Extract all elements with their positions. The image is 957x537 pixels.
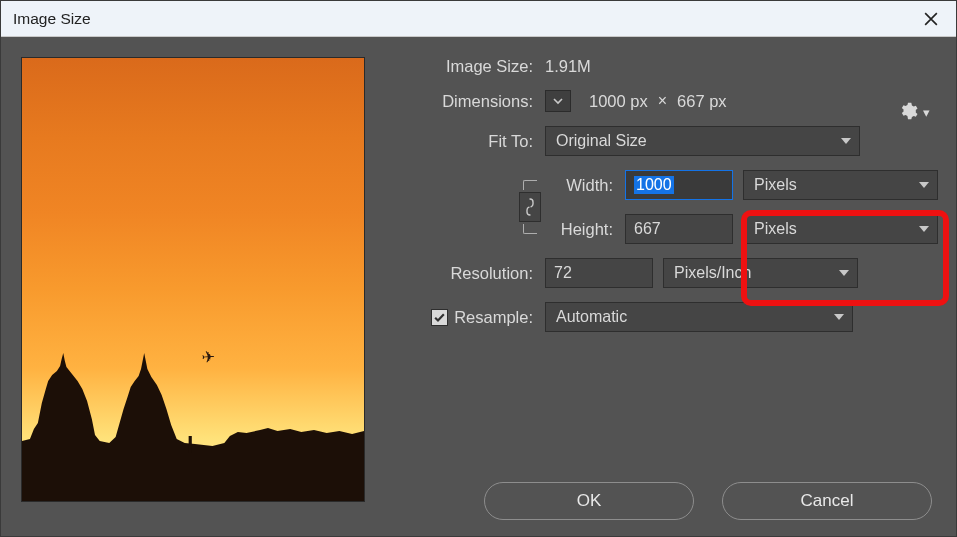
- height-unit-value: Pixels: [754, 220, 797, 238]
- multiply-icon: ×: [658, 92, 667, 110]
- fit-to-select[interactable]: Original Size: [545, 126, 860, 156]
- resample-value: Automatic: [556, 308, 627, 326]
- settings-panel: Image Size: 1.91M ▾ Dimensions: 1000 px …: [385, 57, 938, 520]
- fit-to-value: Original Size: [556, 132, 647, 150]
- dimensions-label: Dimensions:: [385, 92, 545, 111]
- resolution-unit-select[interactable]: Pixels/Inch: [663, 258, 858, 288]
- resample-checkbox[interactable]: [431, 309, 448, 326]
- resolution-input[interactable]: [545, 258, 653, 288]
- dimensions-unit-toggle[interactable]: [545, 90, 571, 112]
- image-size-value: 1.91M: [545, 57, 591, 76]
- image-preview: ✈: [21, 57, 365, 502]
- resolution-unit-value: Pixels/Inch: [674, 264, 751, 282]
- image-size-label: Image Size:: [385, 57, 545, 76]
- chevron-down-icon: [552, 95, 564, 107]
- dimensions-height-value: 667 px: [677, 92, 727, 111]
- width-unit-select[interactable]: Pixels: [743, 170, 938, 200]
- window-title: Image Size: [13, 10, 91, 28]
- image-size-dialog: Image Size ✈ Image Size: 1.91M: [0, 0, 957, 537]
- resample-select[interactable]: Automatic: [545, 302, 853, 332]
- width-unit-value: Pixels: [754, 176, 797, 194]
- width-label: Width:: [547, 176, 625, 195]
- titlebar: Image Size: [1, 1, 956, 37]
- height-unit-select[interactable]: Pixels: [743, 214, 938, 244]
- check-icon: [433, 311, 446, 324]
- link-icon: [525, 198, 535, 216]
- resolution-label: Resolution:: [385, 264, 545, 283]
- gear-icon: [898, 101, 918, 121]
- svg-rect-0: [22, 453, 364, 501]
- width-input[interactable]: 1000: [625, 170, 733, 200]
- close-button[interactable]: [908, 2, 954, 36]
- close-icon: [924, 12, 938, 26]
- resample-label: Resample:: [454, 308, 533, 327]
- height-label: Height:: [547, 220, 625, 239]
- cancel-button[interactable]: Cancel: [722, 482, 932, 520]
- dimensions-width-value: 1000 px: [589, 92, 648, 111]
- height-input[interactable]: [625, 214, 733, 244]
- ok-button[interactable]: OK: [484, 482, 694, 520]
- width-value: 1000: [634, 176, 674, 194]
- constrain-proportions-button[interactable]: [519, 192, 541, 222]
- fit-to-label: Fit To:: [385, 132, 545, 151]
- settings-gear-button[interactable]: ▾: [898, 101, 930, 126]
